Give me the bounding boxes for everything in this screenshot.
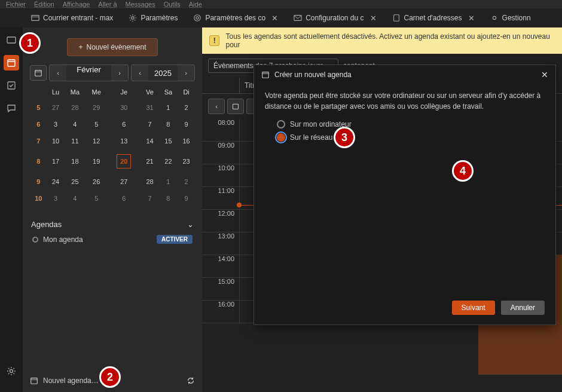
- calendar-day[interactable]: 28: [140, 173, 158, 190]
- calendar-day[interactable]: 9: [178, 190, 195, 207]
- calendar-day[interactable]: 28: [64, 99, 85, 116]
- calendar-day[interactable]: 18: [64, 149, 85, 173]
- week-number[interactable]: 10: [30, 190, 47, 207]
- week-number[interactable]: 9: [30, 173, 47, 190]
- alert-bar: ! Tous les agendas sont actuellement dés…: [202, 27, 562, 54]
- radio-network[interactable]: Sur le réseau: [265, 131, 545, 144]
- calendar-day[interactable]: 20: [107, 149, 140, 173]
- agendas-header[interactable]: Agendas ⌄: [30, 218, 195, 231]
- svg-point-1: [132, 17, 134, 19]
- calendar-day[interactable]: 10: [47, 133, 65, 149]
- calendar-day[interactable]: 8: [159, 190, 178, 207]
- menu-messages[interactable]: Messages: [126, 1, 155, 8]
- close-icon[interactable]: ✕: [541, 70, 548, 79]
- tab-account-params[interactable]: Paramètres des co ✕: [186, 10, 285, 26]
- rail-tasks-icon[interactable]: [4, 78, 19, 93]
- calendar-day[interactable]: 3: [47, 190, 65, 207]
- calendar-day[interactable]: 29: [85, 99, 107, 116]
- week-number[interactable]: 6: [30, 116, 47, 133]
- tab-config[interactable]: Configuration du c ✕: [286, 10, 383, 26]
- calendar-day[interactable]: 11: [64, 133, 85, 149]
- calendar-day[interactable]: 1: [159, 99, 178, 116]
- today-button[interactable]: [30, 65, 47, 81]
- calendar-day[interactable]: 6: [107, 116, 140, 133]
- calendar-day[interactable]: 8: [159, 116, 178, 133]
- calendar-day[interactable]: 27: [107, 173, 140, 190]
- close-icon[interactable]: ✕: [370, 14, 377, 23]
- agenda-item[interactable]: Mon agenda ACTIVER: [30, 231, 195, 247]
- calendar-day[interactable]: 15: [159, 133, 178, 149]
- svg-rect-7: [7, 37, 16, 43]
- calendar-day[interactable]: 19: [85, 149, 107, 173]
- activate-button[interactable]: ACTIVER: [157, 235, 193, 244]
- prev-month-button[interactable]: ‹: [50, 65, 66, 81]
- next-year-button[interactable]: ›: [178, 65, 194, 81]
- time-label: 12:00: [202, 210, 239, 232]
- week-number[interactable]: 7: [30, 133, 47, 149]
- time-label: 16:00: [202, 301, 239, 323]
- calendar-day[interactable]: 3: [47, 116, 65, 133]
- menu-help[interactable]: Aide: [189, 1, 202, 8]
- tab-inbox[interactable]: Courrier entrant - max: [24, 10, 120, 26]
- rail-mail-icon[interactable]: [4, 32, 19, 48]
- calendar-day[interactable]: 5: [85, 116, 107, 133]
- calendar-day[interactable]: 31: [140, 99, 158, 116]
- rail-settings-icon[interactable]: [4, 363, 19, 379]
- calendar-day[interactable]: 27: [47, 99, 65, 116]
- month-label: Février: [66, 65, 111, 81]
- rail-calendar-icon[interactable]: [4, 55, 19, 71]
- menu-file[interactable]: Fichier: [6, 1, 26, 8]
- calendar-day[interactable]: 24: [47, 173, 65, 190]
- calendar-day[interactable]: 1: [159, 173, 178, 190]
- calendar-day[interactable]: 2: [178, 99, 195, 116]
- menu-goto[interactable]: Aller à: [98, 1, 117, 8]
- radio-local[interactable]: Sur mon ordinateur: [265, 118, 545, 131]
- calendar-day[interactable]: 30: [107, 99, 140, 116]
- menu-tools[interactable]: Outils: [164, 1, 181, 8]
- week-number[interactable]: 8: [30, 149, 47, 173]
- calendar-day[interactable]: 4: [64, 116, 85, 133]
- weekday-header: Ve: [140, 85, 158, 99]
- next-button[interactable]: Suivant: [452, 301, 495, 315]
- gear-icon: [490, 14, 499, 22]
- calendar-day[interactable]: 9: [178, 116, 195, 133]
- new-event-button[interactable]: + Nouvel évènement: [67, 38, 157, 56]
- calendar-day[interactable]: 13: [107, 133, 140, 149]
- close-icon[interactable]: ✕: [468, 14, 475, 23]
- new-agenda-link[interactable]: Nouvel agenda…: [30, 376, 99, 385]
- calendar-day[interactable]: 7: [140, 190, 158, 207]
- close-icon[interactable]: ✕: [271, 14, 278, 23]
- calendar-day[interactable]: 26: [85, 173, 107, 190]
- cancel-button[interactable]: Annuler: [501, 301, 545, 315]
- radio-label: Sur le réseau: [290, 133, 332, 142]
- menu-view[interactable]: Affichage: [63, 1, 90, 8]
- week-number[interactable]: 5: [30, 99, 47, 116]
- today-view-button[interactable]: [227, 99, 244, 114]
- calendar-day[interactable]: 7: [140, 116, 158, 133]
- calendar-day[interactable]: 5: [85, 190, 107, 207]
- calendar-day[interactable]: 16: [178, 133, 195, 149]
- weekday-header: Di: [178, 85, 195, 99]
- calendar-day[interactable]: 2: [178, 173, 195, 190]
- svg-rect-14: [262, 72, 269, 78]
- calendar-day[interactable]: 4: [64, 190, 85, 207]
- tab-manager[interactable]: Gestionn: [483, 10, 538, 26]
- menu-edit[interactable]: Édition: [34, 1, 54, 8]
- tab-settings[interactable]: Paramètres: [121, 10, 185, 26]
- calendar-day[interactable]: 23: [178, 149, 195, 173]
- calendar-day[interactable]: 14: [140, 133, 158, 149]
- calendar-day[interactable]: 22: [159, 149, 178, 173]
- rail-chat-icon[interactable]: [4, 100, 19, 116]
- create-agenda-dialog: Créer un nouvel agenda ✕ Votre agenda pe…: [253, 65, 556, 325]
- tab-addressbook[interactable]: Carnet d'adresses ✕: [385, 10, 482, 26]
- new-agenda-label: Nouvel agenda…: [43, 376, 99, 385]
- calendar-day[interactable]: 25: [64, 173, 85, 190]
- calendar-day[interactable]: 21: [140, 149, 158, 173]
- sync-icon[interactable]: [187, 376, 195, 385]
- calendar-day[interactable]: 12: [85, 133, 107, 149]
- calendar-day[interactable]: 6: [107, 190, 140, 207]
- prev-view-button[interactable]: ‹: [208, 99, 225, 114]
- next-month-button[interactable]: ›: [111, 65, 128, 81]
- prev-year-button[interactable]: ‹: [132, 65, 148, 81]
- calendar-day[interactable]: 17: [47, 149, 65, 173]
